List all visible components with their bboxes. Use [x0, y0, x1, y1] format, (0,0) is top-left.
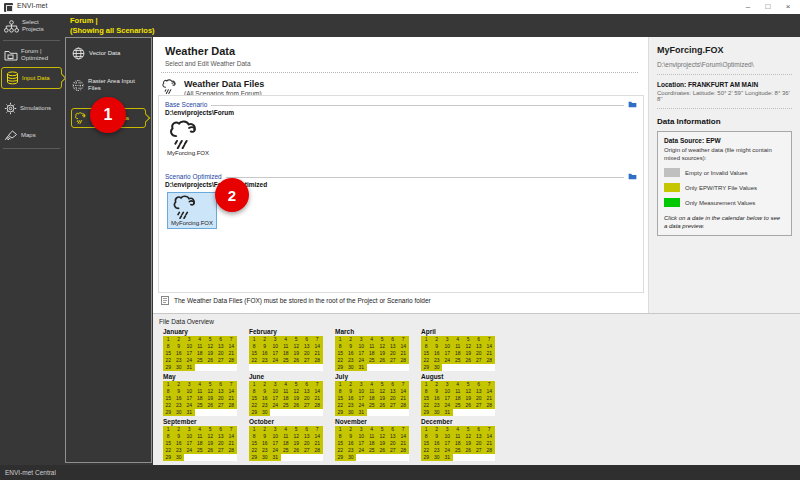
submenu-item-vector-data[interactable]: Vector Data [71, 45, 146, 62]
calendar-day[interactable]: 18 [195, 440, 206, 447]
calendar-day[interactable]: 28 [484, 402, 495, 409]
calendar-day[interactable]: 29 [335, 454, 346, 461]
calendar-day[interactable]: 18 [281, 440, 292, 447]
calendar-day[interactable]: 23 [432, 357, 443, 364]
calendar-day[interactable]: 6 [216, 426, 227, 433]
calendar-day[interactable]: 11 [281, 343, 292, 350]
calendar-day[interactable]: 14 [484, 388, 495, 395]
calendar-day[interactable]: 25 [367, 357, 378, 364]
calendar-day[interactable]: 25 [195, 357, 206, 364]
calendar-day[interactable]: 11 [453, 433, 464, 440]
calendar-day[interactable]: 22 [249, 357, 260, 364]
calendar-day[interactable]: 4 [195, 426, 206, 433]
calendar-day[interactable]: 25 [367, 402, 378, 409]
calendar-day[interactable]: 26 [291, 402, 302, 409]
calendar-day[interactable]: 16 [346, 350, 357, 357]
calendar-day[interactable]: 5 [205, 426, 216, 433]
calendar-day[interactable]: 9 [346, 343, 357, 350]
calendar-day[interactable]: 17 [270, 350, 281, 357]
calendar-day[interactable]: 3 [442, 381, 453, 388]
calendar-day[interactable]: 15 [249, 440, 260, 447]
calendar-day[interactable]: 7 [226, 381, 237, 388]
calendar-day[interactable]: 7 [312, 381, 323, 388]
calendar-day[interactable]: 3 [356, 381, 367, 388]
calendar-day[interactable]: 23 [174, 402, 185, 409]
calendar-day[interactable]: 14 [398, 388, 409, 395]
calendar-day[interactable]: 2 [346, 336, 357, 343]
calendar-day[interactable]: 17 [184, 440, 195, 447]
submenu-item-raster-area-input-files[interactable]: Raster Area Input Files [71, 76, 146, 94]
calendar-day[interactable]: 30 [432, 364, 443, 371]
calendar-day[interactable]: 24 [184, 402, 195, 409]
calendar-day[interactable]: 9 [432, 433, 443, 440]
calendar-day[interactable]: 1 [249, 426, 260, 433]
calendar-day[interactable]: 5 [463, 381, 474, 388]
calendar-day[interactable]: 26 [377, 402, 388, 409]
calendar-day[interactable]: 14 [398, 433, 409, 440]
calendar-day[interactable]: 14 [226, 433, 237, 440]
calendar-day[interactable]: 9 [432, 343, 443, 350]
calendar-day[interactable]: 29 [163, 409, 174, 416]
calendar-day[interactable]: 6 [474, 426, 485, 433]
calendar-day[interactable]: 4 [367, 336, 378, 343]
calendar-day[interactable]: 2 [174, 336, 185, 343]
calendar-day[interactable]: 7 [312, 336, 323, 343]
calendar-day[interactable]: 9 [174, 343, 185, 350]
calendar-day[interactable]: 16 [260, 395, 271, 402]
calendar-day[interactable]: 9 [260, 433, 271, 440]
calendar-day[interactable]: 22 [163, 357, 174, 364]
calendar-day[interactable]: 28 [312, 357, 323, 364]
calendar-day[interactable]: 25 [281, 402, 292, 409]
calendar-day[interactable]: 7 [484, 381, 495, 388]
calendar-day[interactable]: 19 [463, 440, 474, 447]
calendar-day[interactable]: 31 [184, 409, 195, 416]
calendar-day[interactable]: 29 [249, 454, 260, 461]
calendar-day[interactable]: 16 [432, 395, 443, 402]
sidebar-item-select-projects[interactable]: Select Projects [0, 16, 63, 36]
calendar-day[interactable]: 14 [226, 388, 237, 395]
sidebar-item-maps[interactable]: Maps [0, 126, 63, 144]
calendar-day[interactable]: 12 [463, 343, 474, 350]
calendar-day[interactable]: 19 [463, 395, 474, 402]
calendar-day[interactable]: 8 [163, 343, 174, 350]
calendar-day[interactable]: 2 [174, 426, 185, 433]
calendar-day[interactable]: 17 [356, 395, 367, 402]
calendar-day[interactable]: 30 [346, 454, 357, 461]
calendar-day[interactable]: 16 [432, 440, 443, 447]
calendar-day[interactable]: 16 [346, 395, 357, 402]
calendar-day[interactable]: 21 [312, 350, 323, 357]
calendar-day[interactable]: 21 [398, 440, 409, 447]
calendar-day[interactable]: 4 [195, 336, 206, 343]
calendar-day[interactable]: 21 [312, 395, 323, 402]
calendar-day[interactable]: 7 [398, 381, 409, 388]
calendar-day[interactable]: 4 [453, 336, 464, 343]
calendar-day[interactable]: 13 [302, 343, 313, 350]
calendar-day[interactable]: 21 [398, 350, 409, 357]
calendar-day[interactable]: 21 [398, 395, 409, 402]
calendar-day[interactable]: 11 [195, 388, 206, 395]
calendar-day[interactable]: 27 [302, 402, 313, 409]
calendar-day[interactable]: 13 [216, 388, 227, 395]
calendar-day[interactable]: 15 [335, 440, 346, 447]
calendar-day[interactable]: 31 [356, 364, 367, 371]
sidebar-item-simulations[interactable]: Simulations [0, 99, 63, 118]
calendar-day[interactable]: 8 [249, 343, 260, 350]
calendar-day[interactable]: 11 [367, 388, 378, 395]
calendar-day[interactable]: 5 [377, 381, 388, 388]
calendar-day[interactable]: 16 [174, 350, 185, 357]
calendar-day[interactable]: 6 [388, 336, 399, 343]
calendar-day[interactable]: 13 [388, 433, 399, 440]
calendar-day[interactable]: 24 [442, 357, 453, 364]
calendar-day[interactable]: 9 [346, 388, 357, 395]
calendar-day[interactable]: 8 [163, 388, 174, 395]
calendar-day[interactable]: 14 [398, 343, 409, 350]
calendar-day[interactable]: 8 [421, 343, 432, 350]
calendar-day[interactable]: 21 [484, 395, 495, 402]
calendar-day[interactable]: 25 [281, 447, 292, 454]
calendar-day[interactable]: 21 [226, 350, 237, 357]
calendar-day[interactable]: 12 [291, 388, 302, 395]
calendar-day[interactable]: 2 [260, 381, 271, 388]
calendar-day[interactable]: 3 [184, 381, 195, 388]
calendar-day[interactable]: 3 [442, 426, 453, 433]
calendar-day[interactable]: 28 [226, 402, 237, 409]
